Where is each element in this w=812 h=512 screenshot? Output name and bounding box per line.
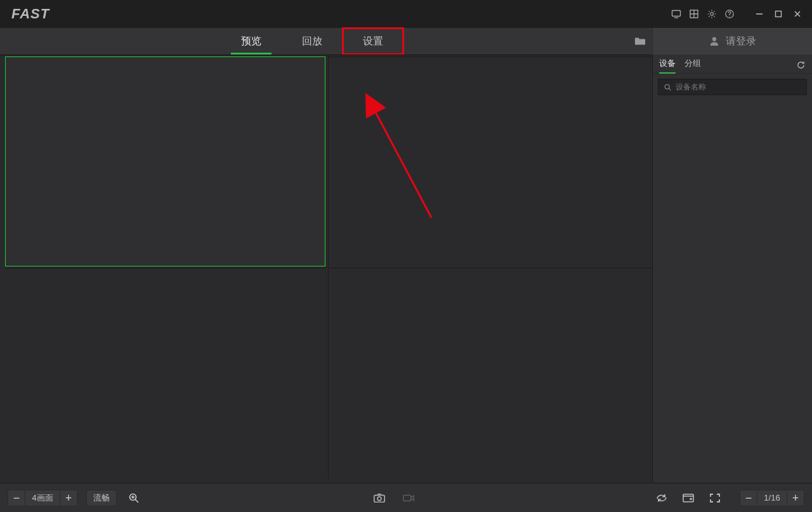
tab-preview[interactable]: 预览 — [221, 28, 282, 55]
screen-wall-icon[interactable] — [667, 5, 685, 23]
page-label: 1/16 — [757, 490, 787, 506]
video-cell-2[interactable] — [328, 56, 652, 266]
layout-decrease-button[interactable]: − — [8, 490, 25, 506]
svg-rect-12 — [683, 494, 693, 502]
video-cell-1[interactable] — [5, 56, 325, 266]
footer-toolbar: − 4画面 + 流畅 − 1/16 + — [0, 483, 812, 512]
grid-icon[interactable] — [685, 5, 703, 23]
tab-playback[interactable]: 回放 — [282, 28, 343, 55]
right-panel-tabs: 设备 分组 — [653, 55, 812, 74]
right-panel: 设备 分组 — [652, 55, 812, 483]
user-icon — [709, 36, 719, 46]
svg-point-7 — [665, 84, 669, 89]
layout-label[interactable]: 4画面 — [25, 490, 60, 506]
titlebar: FAST — [0, 0, 812, 28]
page-next-button[interactable]: + — [787, 490, 804, 506]
login-label: 请登录 — [726, 35, 756, 48]
svg-point-2 — [710, 13, 714, 16]
layout-increase-button[interactable]: + — [60, 490, 77, 506]
rtab-device[interactable]: 设备 — [659, 58, 676, 73]
minimize-button[interactable] — [750, 5, 769, 23]
close-all-icon[interactable] — [680, 490, 697, 506]
maximize-button[interactable] — [769, 5, 788, 23]
search-icon — [664, 83, 672, 91]
snapshot-icon[interactable] — [372, 490, 387, 506]
app-logo: FAST — [11, 6, 49, 22]
device-search-input[interactable] — [676, 82, 801, 91]
svg-rect-0 — [672, 11, 681, 16]
page-prev-button[interactable]: − — [740, 490, 757, 506]
video-cell-4[interactable] — [328, 268, 652, 479]
svg-rect-5 — [776, 11, 782, 17]
cycle-icon[interactable] — [653, 490, 670, 506]
login-button[interactable]: 请登录 — [652, 28, 812, 55]
fullscreen-icon[interactable] — [707, 490, 723, 506]
svg-point-4 — [729, 16, 730, 16]
zoom-in-icon[interactable] — [124, 489, 143, 508]
tab-settings[interactable]: 设置 — [343, 28, 403, 55]
svg-rect-11 — [403, 495, 411, 501]
device-search[interactable] — [658, 79, 807, 95]
rtab-group[interactable]: 分组 — [684, 58, 701, 73]
close-button[interactable] — [788, 5, 807, 23]
video-cell-3[interactable] — [5, 268, 327, 479]
svg-point-10 — [377, 497, 381, 501]
record-icon — [401, 490, 416, 506]
help-icon[interactable] — [721, 5, 738, 23]
main-tabbar: 预览 回放 设置 请登录 — [0, 28, 812, 55]
folder-icon[interactable] — [628, 28, 652, 55]
refresh-icon[interactable] — [794, 58, 807, 71]
pager: − 1/16 + — [740, 490, 804, 506]
video-grid — [0, 55, 652, 483]
main-area: 设备 分组 — [0, 55, 812, 483]
stream-quality-button[interactable]: 流畅 — [86, 490, 117, 506]
svg-rect-9 — [374, 495, 384, 502]
gear-icon[interactable] — [703, 5, 721, 23]
